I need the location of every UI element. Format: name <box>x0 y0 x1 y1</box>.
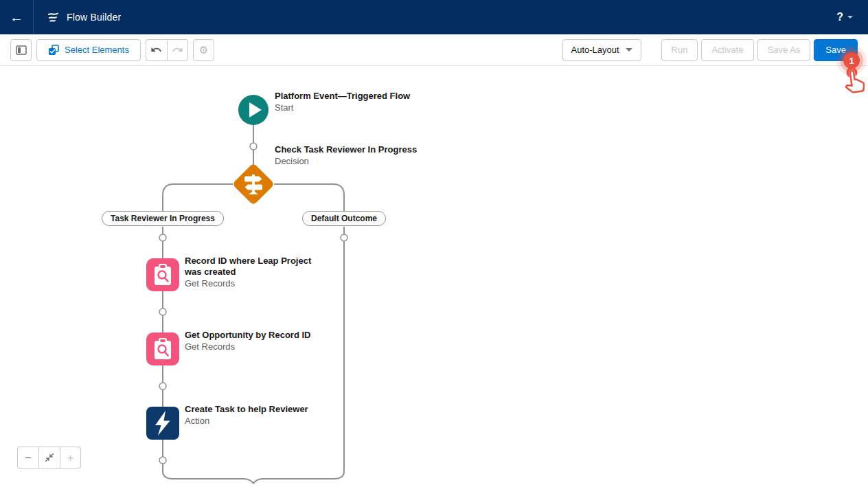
connector-left-merge <box>163 440 253 484</box>
add-node-button[interactable] <box>341 234 347 241</box>
fit-to-view-button[interactable] <box>38 447 60 469</box>
record-lookup-icon <box>155 264 171 285</box>
action-node-label: Create Task to help Reviewer Action <box>185 404 308 427</box>
connector-branch-right <box>274 184 344 211</box>
node-title: Record ID where Leap Project was created <box>185 256 330 278</box>
layout-mode-label: Auto-Layout <box>571 45 619 55</box>
get-records-node-1[interactable] <box>146 258 179 291</box>
help-menu-button[interactable]: ? <box>836 11 853 23</box>
action-node[interactable] <box>146 407 179 440</box>
redo-icon <box>172 44 183 56</box>
add-node-button[interactable] <box>159 234 166 241</box>
get-records-node-2[interactable] <box>146 332 179 365</box>
undo-button[interactable] <box>146 39 167 61</box>
page-title: Flow Builder <box>67 12 121 23</box>
gear-icon: ⚙ <box>199 45 208 55</box>
header-divider <box>33 0 34 34</box>
node-subtitle: Decision <box>275 156 417 167</box>
decision-node[interactable] <box>232 163 275 205</box>
layout-mode-dropdown[interactable]: Auto-Layout <box>562 39 641 61</box>
record-lookup-icon <box>155 338 171 359</box>
node-subtitle: Action <box>185 416 308 427</box>
node-subtitle: Get Records <box>185 278 330 289</box>
add-node-button[interactable] <box>159 457 166 464</box>
add-node-button[interactable] <box>250 143 257 150</box>
run-button[interactable]: Run <box>661 39 698 61</box>
get-records-1-label: Record ID where Leap Project was created… <box>185 256 330 289</box>
zoom-in-button[interactable]: + <box>60 447 81 469</box>
flow-settings-button[interactable]: ⚙ <box>193 39 214 61</box>
toggle-toolbox-button[interactable] <box>10 39 32 61</box>
plus-icon: + <box>67 452 74 464</box>
back-button[interactable]: ← <box>0 0 33 34</box>
zoom-controls: − + <box>17 447 81 469</box>
node-title: Check Task Reviewer In Progress <box>275 144 417 155</box>
node-subtitle: Get Records <box>185 341 310 352</box>
node-title: Create Task to help Reviewer <box>185 404 308 415</box>
node-title: Platform Event—Triggered Flow <box>275 91 410 102</box>
outcome-pill-task-reviewer[interactable]: Task Reviewer In Progress <box>102 211 224 226</box>
panel-toggle-icon <box>16 45 27 55</box>
select-elements-button[interactable]: Select Elements <box>36 39 141 61</box>
redo-button[interactable] <box>167 39 188 61</box>
select-elements-label: Select Elements <box>65 45 129 55</box>
add-node-button[interactable] <box>159 308 166 315</box>
back-arrow-icon: ← <box>10 10 23 25</box>
help-icon: ? <box>836 11 843 23</box>
start-node[interactable] <box>238 95 269 125</box>
chevron-down-icon <box>847 16 853 19</box>
collapse-arrows-icon <box>45 453 54 462</box>
builder-toolbar: Select Elements ⚙ Auto-La <box>0 34 868 66</box>
node-subtitle: Start <box>275 102 410 113</box>
connector-branch-left <box>163 184 233 211</box>
outcome-pill-default[interactable]: Default Outcome <box>302 211 386 226</box>
activate-button[interactable]: Activate <box>701 39 753 61</box>
undo-icon <box>150 44 162 56</box>
flow-builder-logo-icon <box>46 10 60 24</box>
toolbar-right-group: Auto-Layout Run Activate Save As Save <box>562 39 858 61</box>
undo-redo-group <box>146 39 188 61</box>
add-node-button[interactable] <box>159 383 166 390</box>
flow-canvas[interactable]: Platform Event—Triggered Flow Start Chec… <box>0 0 868 485</box>
connector-layer <box>0 0 868 485</box>
app-header: ← Flow Builder ? <box>0 0 868 34</box>
toolbar-left-group: Select Elements ⚙ <box>10 39 214 61</box>
get-records-2-label: Get Opportunity by Record ID Get Records <box>185 330 310 352</box>
minus-icon: − <box>25 452 32 464</box>
start-node-label: Platform Event—Triggered Flow Start <box>275 91 410 113</box>
chevron-down-icon <box>626 48 632 52</box>
zoom-out-button[interactable]: − <box>17 447 38 469</box>
save-as-button[interactable]: Save As <box>757 39 811 61</box>
flow-builder-app: Platform Event—Triggered Flow Start Chec… <box>0 0 868 485</box>
node-title: Get Opportunity by Record ID <box>185 330 310 341</box>
multi-select-icon <box>48 45 59 56</box>
decision-node-label: Check Task Reviewer In Progress Decision <box>275 144 417 167</box>
tutorial-pointer-hand-icon <box>837 61 868 99</box>
